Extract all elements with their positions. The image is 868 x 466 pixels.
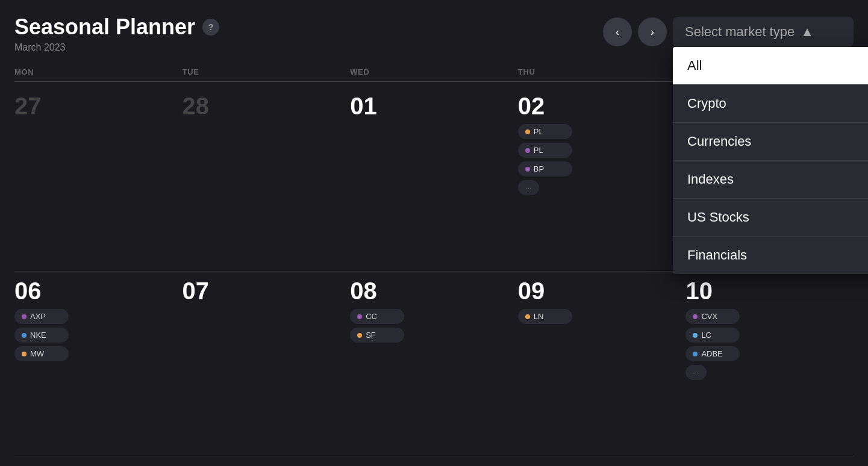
dot-orange [525, 314, 530, 319]
ticker-symbol: LC [701, 331, 711, 340]
ticker-06-mw[interactable]: MW [14, 346, 69, 361]
ticker-08-cc[interactable]: CC [350, 309, 404, 324]
dot-orange [357, 333, 362, 338]
day-number-06: 06 [14, 279, 178, 303]
header: Seasonal Planner ? March 2023 ‹ › Select… [14, 14, 854, 53]
ticker-symbol: ADBE [701, 349, 722, 358]
dot-orange [525, 129, 530, 134]
calendar-day-10: 10 CVX LC ADBE ··· [685, 279, 854, 449]
dot-blue [693, 352, 698, 356]
ticker-symbol: LN [534, 312, 544, 321]
dropdown-item-indexes[interactable]: Indexes [673, 161, 868, 199]
app-title: Seasonal Planner ? [14, 14, 219, 40]
more-tickers-02[interactable]: ··· [518, 180, 539, 195]
day-number-07: 07 [183, 279, 346, 303]
ticker-symbol: PL [534, 127, 543, 136]
ticker-08-sf[interactable]: SF [350, 328, 404, 343]
calendar-week-2: 06 AXP NKE MW 07 [14, 272, 854, 456]
calendar-day-08: 08 CC SF [350, 279, 518, 449]
ticker-symbol: CC [366, 312, 377, 321]
app-container: Seasonal Planner ? March 2023 ‹ › Select… [0, 0, 868, 466]
help-icon[interactable]: ? [202, 19, 219, 36]
ticker-02-pl-2[interactable]: PL [518, 143, 572, 158]
calendar-day-02: 02 PL PL BP ··· [518, 94, 686, 264]
weekday-thu: THU [518, 67, 686, 82]
dot-light-blue [693, 333, 698, 338]
dropdown-item-financials[interactable]: Financials [673, 237, 868, 274]
calendar-day-27: 27 [14, 94, 183, 264]
calendar-day-28: 28 [183, 94, 351, 264]
next-button[interactable]: › [638, 17, 667, 46]
prev-button[interactable]: ‹ [603, 17, 632, 46]
dropdown-item-us-stocks[interactable]: US Stocks [673, 199, 868, 237]
subtitle: March 2023 [14, 42, 219, 53]
dot-orange [22, 352, 27, 356]
ticker-symbol: NKE [30, 331, 46, 340]
market-type-selector[interactable]: Select market type ▲ All Crypto [673, 17, 854, 47]
ticker-symbol: MW [30, 349, 44, 358]
dot-purple [525, 167, 530, 172]
dropdown-items-list: All Crypto Currencies Indexes [673, 47, 868, 274]
market-type-button[interactable]: Select market type ▲ [673, 17, 854, 47]
day-number-08: 08 [350, 279, 513, 303]
weekday-wed: WED [350, 67, 518, 82]
dropdown-item-currencies[interactable]: Currencies [673, 123, 868, 161]
dot-purple [22, 314, 27, 319]
day-number-01: 01 [350, 94, 513, 118]
dot-purple [525, 148, 530, 153]
calendar-day-07: 07 [183, 279, 351, 449]
dropdown-item-all[interactable]: All [673, 47, 868, 85]
dot-purple [357, 314, 362, 319]
calendar-day-06: 06 AXP NKE MW [14, 279, 183, 449]
ticker-symbol: SF [366, 331, 376, 340]
calendar-day-01: 01 [350, 94, 518, 264]
day-number-28: 28 [183, 94, 346, 118]
dot-blue [22, 333, 27, 338]
ticker-02-pl-1[interactable]: PL [518, 124, 572, 139]
day-number-27: 27 [14, 94, 178, 118]
day-number-02: 02 [518, 94, 681, 118]
ticker-10-cvx[interactable]: CVX [685, 309, 740, 324]
day-number-09: 09 [518, 279, 681, 303]
weekday-tue: TUE [183, 67, 351, 82]
dropdown-arrow-icon: ▲ [801, 24, 814, 40]
market-type-label: Select market type [685, 24, 795, 40]
dropdown-item-crypto[interactable]: Crypto [673, 85, 868, 123]
day-number-10: 10 [685, 279, 849, 303]
ticker-symbol: PL [534, 146, 543, 155]
ticker-06-axp[interactable]: AXP [14, 309, 69, 324]
more-tickers-10[interactable]: ··· [685, 365, 707, 380]
ticker-10-adbe[interactable]: ADBE [685, 346, 740, 361]
dropdown-menu: All Crypto Currencies Indexes [673, 47, 868, 274]
header-left: Seasonal Planner ? March 2023 [14, 14, 219, 53]
ticker-symbol: AXP [30, 312, 46, 321]
ticker-06-nke[interactable]: NKE [14, 328, 69, 343]
dot-purple [693, 314, 698, 319]
ticker-symbol: BP [534, 164, 544, 173]
ticker-02-bp[interactable]: BP [518, 161, 572, 176]
title-text: Seasonal Planner [14, 14, 195, 40]
ticker-09-ln[interactable]: LN [518, 309, 572, 324]
calendar-day-09: 09 LN [518, 279, 686, 449]
weekday-mon: MON [14, 67, 183, 82]
ticker-symbol: CVX [701, 312, 717, 321]
ticker-10-lc[interactable]: LC [685, 328, 740, 343]
header-right: ‹ › Select market type ▲ All [603, 17, 854, 47]
